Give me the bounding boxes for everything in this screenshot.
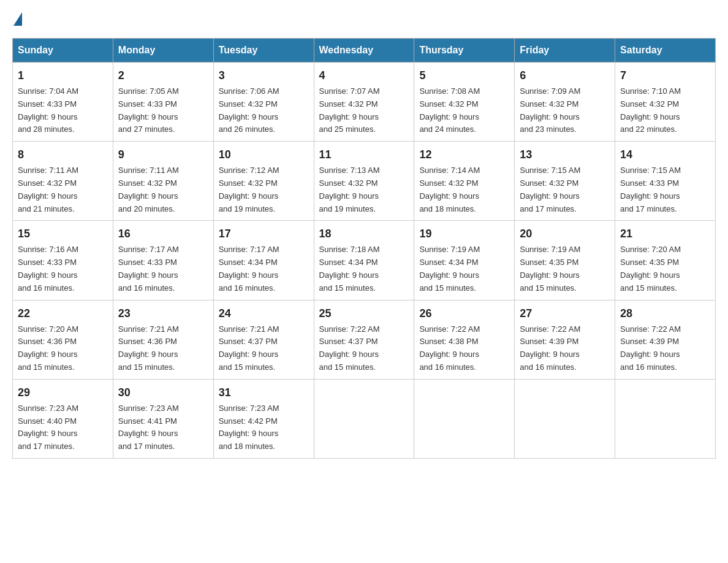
- day-number: 2: [118, 67, 208, 84]
- calendar-week-row: 8Sunrise: 7:11 AMSunset: 4:32 PMDaylight…: [13, 142, 716, 221]
- calendar-cell: [414, 379, 515, 458]
- day-info: Sunrise: 7:20 AMSunset: 4:35 PMDaylight:…: [620, 245, 681, 292]
- day-number: 12: [419, 147, 509, 163]
- day-number: 26: [419, 305, 509, 322]
- calendar-cell: 4Sunrise: 7:07 AMSunset: 4:32 PMDaylight…: [314, 63, 414, 142]
- day-info: Sunrise: 7:21 AMSunset: 4:37 PMDaylight:…: [219, 324, 279, 372]
- day-number: 8: [18, 147, 108, 163]
- day-info: Sunrise: 7:21 AMSunset: 4:36 PMDaylight:…: [118, 324, 179, 372]
- logo: [12, 12, 23, 26]
- day-info: Sunrise: 7:18 AMSunset: 4:34 PMDaylight:…: [319, 245, 380, 292]
- day-number: 29: [18, 385, 108, 401]
- calendar-cell: 2Sunrise: 7:05 AMSunset: 4:33 PMDaylight…: [113, 63, 213, 142]
- day-info: Sunrise: 7:15 AMSunset: 4:33 PMDaylight:…: [620, 166, 681, 213]
- day-number: 10: [219, 147, 309, 163]
- day-info: Sunrise: 7:22 AMSunset: 4:39 PMDaylight:…: [620, 324, 681, 372]
- day-number: 1: [18, 67, 108, 84]
- logo-triangle-icon: [13, 12, 22, 26]
- day-info: Sunrise: 7:09 AMSunset: 4:32 PMDaylight:…: [520, 86, 580, 134]
- weekday-header-saturday: Saturday: [615, 39, 716, 63]
- day-info: Sunrise: 7:23 AMSunset: 4:41 PMDaylight:…: [118, 404, 179, 451]
- calendar-cell: 18Sunrise: 7:18 AMSunset: 4:34 PMDayligh…: [314, 221, 414, 300]
- calendar-cell: 7Sunrise: 7:10 AMSunset: 4:32 PMDaylight…: [615, 63, 716, 142]
- calendar-cell: 27Sunrise: 7:22 AMSunset: 4:39 PMDayligh…: [515, 300, 615, 379]
- day-number: 21: [620, 226, 710, 242]
- calendar-week-row: 15Sunrise: 7:16 AMSunset: 4:33 PMDayligh…: [13, 221, 716, 300]
- day-number: 3: [219, 67, 309, 84]
- calendar-cell: 24Sunrise: 7:21 AMSunset: 4:37 PMDayligh…: [213, 300, 314, 379]
- calendar-cell: 9Sunrise: 7:11 AMSunset: 4:32 PMDaylight…: [113, 142, 213, 221]
- calendar-cell: 5Sunrise: 7:08 AMSunset: 4:32 PMDaylight…: [414, 63, 515, 142]
- day-info: Sunrise: 7:11 AMSunset: 4:32 PMDaylight:…: [18, 166, 78, 213]
- day-number: 15: [18, 226, 108, 242]
- calendar-cell: 30Sunrise: 7:23 AMSunset: 4:41 PMDayligh…: [113, 379, 213, 458]
- calendar-cell: 14Sunrise: 7:15 AMSunset: 4:33 PMDayligh…: [615, 142, 716, 221]
- calendar-cell: 26Sunrise: 7:22 AMSunset: 4:38 PMDayligh…: [414, 300, 515, 379]
- calendar-cell: 12Sunrise: 7:14 AMSunset: 4:32 PMDayligh…: [414, 142, 515, 221]
- day-info: Sunrise: 7:06 AMSunset: 4:32 PMDaylight:…: [219, 86, 279, 134]
- day-number: 14: [620, 147, 710, 163]
- day-number: 20: [520, 226, 610, 242]
- calendar-cell: 10Sunrise: 7:12 AMSunset: 4:32 PMDayligh…: [213, 142, 314, 221]
- day-info: Sunrise: 7:04 AMSunset: 4:33 PMDaylight:…: [18, 86, 78, 134]
- day-info: Sunrise: 7:13 AMSunset: 4:32 PMDaylight:…: [319, 166, 380, 213]
- day-info: Sunrise: 7:16 AMSunset: 4:33 PMDaylight:…: [18, 245, 78, 292]
- day-info: Sunrise: 7:10 AMSunset: 4:32 PMDaylight:…: [620, 86, 681, 134]
- calendar-cell: 16Sunrise: 7:17 AMSunset: 4:33 PMDayligh…: [113, 221, 213, 300]
- day-number: 25: [319, 305, 409, 322]
- logo-text: [12, 12, 23, 26]
- day-number: 13: [520, 147, 610, 163]
- weekday-header-monday: Monday: [113, 39, 213, 63]
- page-header: [12, 12, 716, 26]
- calendar-header-row: SundayMondayTuesdayWednesdayThursdayFrid…: [13, 39, 716, 63]
- day-info: Sunrise: 7:08 AMSunset: 4:32 PMDaylight:…: [419, 86, 480, 134]
- day-info: Sunrise: 7:12 AMSunset: 4:32 PMDaylight:…: [219, 166, 279, 213]
- calendar-week-row: 1Sunrise: 7:04 AMSunset: 4:33 PMDaylight…: [13, 63, 716, 142]
- calendar-cell: 31Sunrise: 7:23 AMSunset: 4:42 PMDayligh…: [213, 379, 314, 458]
- calendar-week-row: 22Sunrise: 7:20 AMSunset: 4:36 PMDayligh…: [13, 300, 716, 379]
- calendar-cell: 22Sunrise: 7:20 AMSunset: 4:36 PMDayligh…: [13, 300, 113, 379]
- day-info: Sunrise: 7:07 AMSunset: 4:32 PMDaylight:…: [319, 86, 380, 134]
- day-info: Sunrise: 7:14 AMSunset: 4:32 PMDaylight:…: [419, 166, 480, 213]
- calendar-cell: 17Sunrise: 7:17 AMSunset: 4:34 PMDayligh…: [213, 221, 314, 300]
- calendar-cell: [515, 379, 615, 458]
- day-number: 30: [118, 385, 208, 401]
- calendar-cell: 1Sunrise: 7:04 AMSunset: 4:33 PMDaylight…: [13, 63, 113, 142]
- weekday-header-thursday: Thursday: [414, 39, 515, 63]
- day-number: 18: [319, 226, 409, 242]
- calendar-cell: 28Sunrise: 7:22 AMSunset: 4:39 PMDayligh…: [615, 300, 716, 379]
- calendar-cell: 25Sunrise: 7:22 AMSunset: 4:37 PMDayligh…: [314, 300, 414, 379]
- day-number: 23: [118, 305, 208, 322]
- day-info: Sunrise: 7:23 AMSunset: 4:42 PMDaylight:…: [219, 404, 279, 451]
- day-info: Sunrise: 7:20 AMSunset: 4:36 PMDaylight:…: [18, 324, 78, 372]
- weekday-header-wednesday: Wednesday: [314, 39, 414, 63]
- day-number: 24: [219, 305, 309, 322]
- calendar-cell: 13Sunrise: 7:15 AMSunset: 4:32 PMDayligh…: [515, 142, 615, 221]
- day-number: 11: [319, 147, 409, 163]
- day-info: Sunrise: 7:17 AMSunset: 4:33 PMDaylight:…: [118, 245, 179, 292]
- day-info: Sunrise: 7:22 AMSunset: 4:38 PMDaylight:…: [419, 324, 480, 372]
- weekday-header-sunday: Sunday: [13, 39, 113, 63]
- day-number: 28: [620, 305, 710, 322]
- calendar-cell: 19Sunrise: 7:19 AMSunset: 4:34 PMDayligh…: [414, 221, 515, 300]
- day-number: 19: [419, 226, 509, 242]
- calendar-cell: 29Sunrise: 7:23 AMSunset: 4:40 PMDayligh…: [13, 379, 113, 458]
- day-number: 6: [520, 67, 610, 84]
- calendar-table: SundayMondayTuesdayWednesdayThursdayFrid…: [12, 38, 716, 459]
- weekday-header-tuesday: Tuesday: [213, 39, 314, 63]
- day-info: Sunrise: 7:05 AMSunset: 4:33 PMDaylight:…: [118, 86, 179, 134]
- day-info: Sunrise: 7:22 AMSunset: 4:37 PMDaylight:…: [319, 324, 380, 372]
- day-number: 31: [219, 385, 309, 401]
- day-number: 17: [219, 226, 309, 242]
- day-info: Sunrise: 7:19 AMSunset: 4:35 PMDaylight:…: [520, 245, 580, 292]
- day-info: Sunrise: 7:22 AMSunset: 4:39 PMDaylight:…: [520, 324, 580, 372]
- day-number: 9: [118, 147, 208, 163]
- day-number: 22: [18, 305, 108, 322]
- calendar-cell: 21Sunrise: 7:20 AMSunset: 4:35 PMDayligh…: [615, 221, 716, 300]
- calendar-cell: 15Sunrise: 7:16 AMSunset: 4:33 PMDayligh…: [13, 221, 113, 300]
- calendar-cell: 3Sunrise: 7:06 AMSunset: 4:32 PMDaylight…: [213, 63, 314, 142]
- calendar-cell: [314, 379, 414, 458]
- calendar-cell: 11Sunrise: 7:13 AMSunset: 4:32 PMDayligh…: [314, 142, 414, 221]
- calendar-week-row: 29Sunrise: 7:23 AMSunset: 4:40 PMDayligh…: [13, 379, 716, 458]
- day-info: Sunrise: 7:19 AMSunset: 4:34 PMDaylight:…: [419, 245, 480, 292]
